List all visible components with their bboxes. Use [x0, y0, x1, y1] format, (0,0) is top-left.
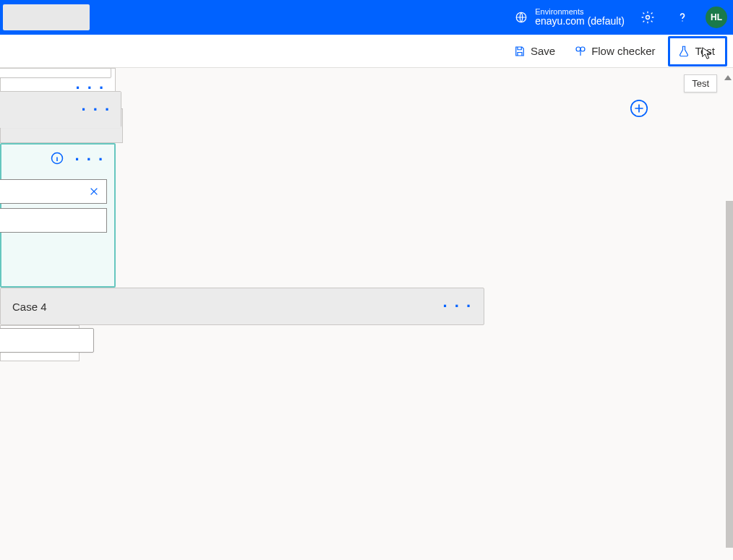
- save-button[interactable]: Save: [507, 38, 561, 64]
- svg-point-3: [576, 47, 580, 51]
- partial-switch-case-card[interactable]: [0, 91, 121, 127]
- svg-point-4: [580, 47, 585, 51]
- vertical-scrollbar[interactable]: [726, 71, 733, 560]
- flow-checker-label: Flow checker: [591, 45, 655, 57]
- close-icon[interactable]: [89, 186, 99, 197]
- globe-icon: [515, 11, 528, 24]
- partial-text-input[interactable]: [0, 328, 94, 353]
- environment-label: Environments: [535, 7, 625, 16]
- flow-checker-button[interactable]: Flow checker: [568, 38, 661, 64]
- partial-card-top-edge: [0, 68, 111, 78]
- user-avatar[interactable]: HL: [706, 7, 727, 28]
- header-right-cluster: Environments enayu.com (default) HL: [515, 0, 727, 35]
- scroll-thumb[interactable]: [726, 201, 733, 548]
- save-label: Save: [531, 45, 555, 57]
- test-tooltip: Test: [684, 74, 717, 92]
- dynamic-content-card[interactable]: [0, 143, 116, 288]
- add-case-button[interactable]: [629, 98, 649, 119]
- more-menu-icon[interactable]: [442, 303, 472, 310]
- case-4-title: Case 4: [12, 301, 47, 313]
- avatar-initials: HL: [711, 12, 722, 22]
- token-chip-row[interactable]: [0, 179, 107, 204]
- environment-picker[interactable]: Environments enayu.com (default): [515, 7, 625, 27]
- test-label: Test: [695, 45, 715, 57]
- environment-value: enayu.com (default): [535, 16, 625, 27]
- flow-designer-canvas[interactable]: Case 4 Default: [0, 68, 733, 560]
- tooltip-text: Test: [692, 78, 709, 89]
- scroll-up-arrow-icon[interactable]: [724, 75, 732, 80]
- svg-point-2: [682, 20, 682, 21]
- settings-gear-icon[interactable]: [636, 6, 659, 29]
- test-button[interactable]: Test: [668, 36, 727, 66]
- flow-command-bar: Save Flow checker Test Test: [0, 35, 733, 68]
- app-header-bar: Environments enayu.com (default) HL: [0, 0, 733, 35]
- more-menu-icon[interactable]: [81, 106, 111, 113]
- more-menu-icon[interactable]: [74, 156, 104, 163]
- value-input-row[interactable]: [0, 208, 107, 233]
- info-icon[interactable]: [50, 151, 64, 168]
- search-placeholder-box[interactable]: [3, 4, 90, 30]
- case-4-card[interactable]: Case 4: [0, 288, 484, 325]
- help-icon[interactable]: [671, 6, 694, 29]
- svg-point-1: [646, 16, 650, 20]
